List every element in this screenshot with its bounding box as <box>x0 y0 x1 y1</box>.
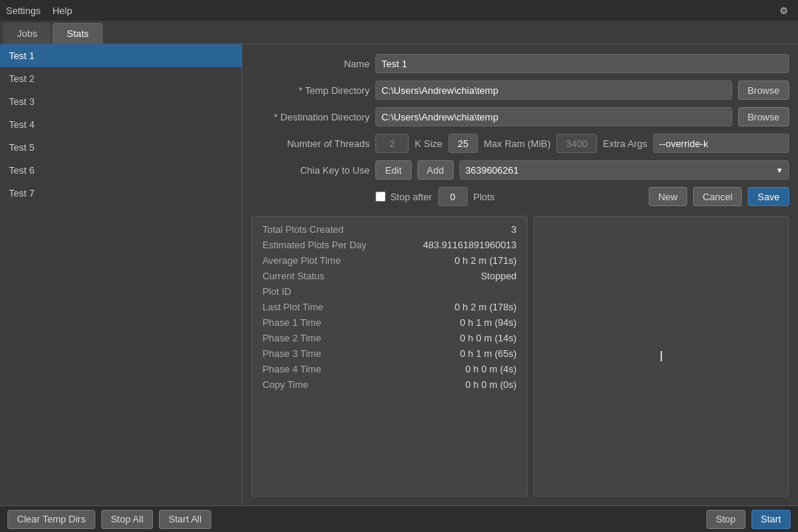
extra-args-input[interactable] <box>653 134 789 153</box>
chevron-down-icon: ▼ <box>776 166 783 174</box>
phase2-row: Phase 2 Time 0 h 0 m (14s) <box>262 332 516 344</box>
tabs-bar: Jobs Stats <box>0 21 798 44</box>
ksize-label: K Size <box>415 138 443 149</box>
threads-input <box>375 134 409 153</box>
bottom-left-buttons: Clear Temp Dirs Stop All Start All <box>7 510 211 529</box>
copy-val: 0 h 0 m (0s) <box>466 379 516 390</box>
dest-dir-label: * Destination Directory <box>251 112 369 123</box>
dest-dir-row: * Destination Directory Browse <box>251 106 789 127</box>
key-dropdown-value: 3639606261 <box>466 165 519 176</box>
last-plot-val: 0 h 2 m (178s) <box>454 301 516 313</box>
ksize-input[interactable] <box>449 134 478 153</box>
temp-dir-browse-button[interactable]: Browse <box>738 81 789 100</box>
name-input[interactable] <box>375 54 789 73</box>
stop-after-checkbox[interactable] <box>375 191 386 202</box>
avg-plot-key: Average Plot Time <box>262 255 341 266</box>
bottom-right-buttons: Stop Start <box>706 510 791 529</box>
job-item-test6[interactable]: Test 6 <box>0 159 242 182</box>
threads-label: Number of Threads <box>251 138 369 149</box>
job-item-test5[interactable]: Test 5 <box>0 136 242 159</box>
maxram-label: Max Ram (MiB) <box>484 138 550 149</box>
threads-row: Number of Threads K Size Max Ram (MiB) E… <box>251 133 789 154</box>
est-plots-key: Estimated Plots Per Day <box>262 239 366 250</box>
save-button[interactable]: Save <box>748 187 789 206</box>
extra-args-label: Extra Args <box>603 138 647 149</box>
plots-label: Plots <box>474 191 495 202</box>
help-menu[interactable]: Help <box>52 5 72 16</box>
tab-stats[interactable]: Stats <box>52 23 103 44</box>
est-plots-val: 483.91161891960013 <box>423 239 517 250</box>
titlebar-menu: Settings Help <box>6 5 72 16</box>
name-label: Name <box>251 58 369 69</box>
avg-plot-row: Average Plot Time 0 h 2 m (171s) <box>262 255 516 266</box>
stop-button[interactable]: Stop <box>706 510 746 529</box>
new-button[interactable]: New <box>649 187 687 206</box>
job-item-test3[interactable]: Test 3 <box>0 90 242 113</box>
status-key: Current Status <box>262 270 324 282</box>
key-add-button[interactable]: Add <box>417 160 454 180</box>
cursor-blink <box>661 351 662 361</box>
status-row: Current Status Stopped <box>262 270 516 282</box>
dest-dir-input[interactable] <box>375 107 732 126</box>
job-item-test2[interactable]: Test 2 <box>0 67 242 90</box>
clear-temp-dirs-button[interactable]: Clear Temp Dirs <box>7 510 95 529</box>
key-edit-button[interactable]: Edit <box>375 160 411 180</box>
tab-jobs[interactable]: Jobs <box>3 23 51 44</box>
stop-after-count[interactable] <box>438 187 468 206</box>
stop-all-button[interactable]: Stop All <box>101 510 153 529</box>
phase1-key: Phase 1 Time <box>262 317 321 328</box>
est-plots-row: Estimated Plots Per Day 483.911618919600… <box>262 239 516 250</box>
job-list: Test 1 Test 2 Test 3 Test 4 Test 5 Test … <box>0 44 242 505</box>
stop-after-label: Stop after <box>390 191 432 202</box>
status-val: Stopped <box>481 270 516 282</box>
dest-dir-browse-button[interactable]: Browse <box>738 107 789 126</box>
plot-id-key: Plot ID <box>262 286 291 297</box>
settings-menu[interactable]: Settings <box>6 5 41 16</box>
stats-panel-right <box>533 216 789 497</box>
stats-section: Total Plots Created 3 Estimated Plots Pe… <box>251 216 789 497</box>
start-all-button[interactable]: Start All <box>159 510 211 529</box>
last-plot-row: Last Plot Time 0 h 2 m (178s) <box>262 301 516 313</box>
job-item-test4[interactable]: Test 4 <box>0 113 242 136</box>
last-plot-key: Last Plot Time <box>262 301 323 313</box>
key-dropdown[interactable]: 3639606261 ▼ <box>460 160 789 180</box>
stop-after-row: Stop after Plots New Cancel Save <box>251 186 789 207</box>
phase1-row: Phase 1 Time 0 h 1 m (94s) <box>262 317 516 328</box>
job-item-test7[interactable]: Test 7 <box>0 182 242 205</box>
temp-dir-row: * Temp Directory Browse <box>251 80 789 100</box>
job-item-test1[interactable]: Test 1 <box>0 44 242 67</box>
phase1-val: 0 h 1 m (94s) <box>460 317 517 328</box>
phase3-row: Phase 3 Time 0 h 1 m (65s) <box>262 348 516 359</box>
start-button[interactable]: Start <box>751 510 791 529</box>
stop-after-checkbox-label[interactable]: Stop after <box>375 191 432 202</box>
phase2-val: 0 h 0 m (14s) <box>460 332 517 344</box>
avg-plot-val: 0 h 2 m (171s) <box>454 255 516 266</box>
main-content: Test 1 Test 2 Test 3 Test 4 Test 5 Test … <box>0 44 798 505</box>
total-plots-key: Total Plots Created <box>262 224 344 235</box>
settings-icon[interactable]: ⚙ <box>776 2 792 18</box>
phase4-row: Phase 4 Time 0 h 0 m (4s) <box>262 364 516 375</box>
total-plots-row: Total Plots Created 3 <box>262 224 516 235</box>
temp-dir-label: * Temp Directory <box>251 85 369 96</box>
name-row: Name <box>251 53 789 74</box>
phase3-val: 0 h 1 m (65s) <box>460 348 517 359</box>
phase4-val: 0 h 0 m (4s) <box>466 364 516 375</box>
copy-key: Copy Time <box>262 379 308 390</box>
stats-panel-left: Total Plots Created 3 Estimated Plots Pe… <box>251 216 528 497</box>
phase4-key: Phase 4 Time <box>262 364 321 375</box>
right-panel: Name * Temp Directory Browse * Destinati… <box>242 44 798 505</box>
key-label: Chia Key to Use <box>251 165 369 176</box>
phase2-key: Phase 2 Time <box>262 332 321 344</box>
total-plots-val: 3 <box>511 224 516 235</box>
phase3-key: Phase 3 Time <box>262 348 321 359</box>
copy-row: Copy Time 0 h 0 m (0s) <box>262 379 516 390</box>
plot-id-row: Plot ID <box>262 286 516 297</box>
bottom-bar: Clear Temp Dirs Stop All Start All Stop … <box>0 505 798 532</box>
key-row: Chia Key to Use Edit Add 3639606261 ▼ <box>251 160 789 180</box>
titlebar: Settings Help ⚙ <box>0 0 798 21</box>
cancel-button[interactable]: Cancel <box>693 187 742 206</box>
temp-dir-input[interactable] <box>375 81 732 100</box>
maxram-input <box>556 134 597 153</box>
